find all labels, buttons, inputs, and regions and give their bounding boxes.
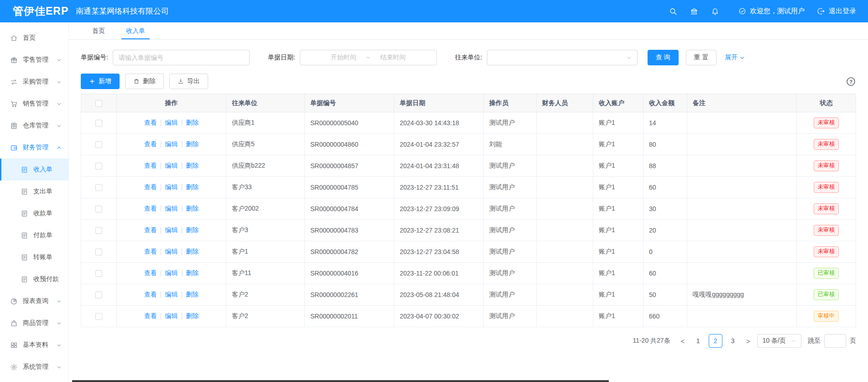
question-circle-icon[interactable]: ? <box>846 76 856 87</box>
view-link[interactable]: 查看 <box>144 162 157 169</box>
table-row: 查看|编辑|删除客户2SR000000022612023-05-08 21:48… <box>81 284 856 306</box>
wallet-icon <box>10 144 18 152</box>
link-separator: | <box>181 226 183 233</box>
sidebar-item-expense[interactable]: 支出单 <box>0 180 68 202</box>
jump-page-input[interactable] <box>824 334 846 348</box>
row-checkbox[interactable] <box>95 227 102 234</box>
order-no-input[interactable] <box>113 50 250 65</box>
edit-link[interactable]: 编辑 <box>165 312 178 319</box>
row-checkbox[interactable] <box>95 206 102 212</box>
chevron-down-icon <box>57 365 62 370</box>
sidebar-item-sales[interactable]: 销售管理 <box>0 93 68 115</box>
partner-select[interactable] <box>487 50 638 65</box>
logout-button[interactable]: 退出登录 <box>817 7 856 16</box>
delete-link[interactable]: 删除 <box>186 162 199 169</box>
page-button-3[interactable]: 3 <box>726 334 740 348</box>
tab-income-receipt[interactable]: 收入单 <box>115 22 156 39</box>
delete-link[interactable]: 删除 <box>186 226 199 233</box>
page-button-1[interactable]: 1 <box>691 334 705 348</box>
sidebar-item-receipt[interactable]: 收款单 <box>0 202 68 224</box>
delete-link[interactable]: 删除 <box>186 119 199 126</box>
operator-cell: 测试用户 <box>484 241 537 263</box>
edit-link[interactable]: 编辑 <box>165 291 178 298</box>
view-link[interactable]: 查看 <box>144 248 157 255</box>
delete-link[interactable]: 删除 <box>186 183 199 191</box>
add-button[interactable]: 新增 <box>81 74 120 89</box>
sidebar-item-warehouse[interactable]: 仓库管理 <box>0 115 68 137</box>
row-checkbox[interactable] <box>95 292 102 298</box>
row-checkbox[interactable] <box>95 184 102 191</box>
sidebar-item-label: 仓库管理 <box>23 122 48 130</box>
view-link[interactable]: 查看 <box>144 140 157 148</box>
delete-link[interactable]: 删除 <box>186 312 199 319</box>
bank-icon[interactable] <box>684 0 705 22</box>
delete-link[interactable]: 删除 <box>186 269 199 276</box>
sidebar-item-retail[interactable]: 零售管理 <box>0 49 68 71</box>
search-icon[interactable] <box>663 0 684 22</box>
sidebar-item-system[interactable]: 系统管理 <box>0 356 68 378</box>
date-cell: 2023-04-07 00:30:02 <box>394 306 484 327</box>
edit-link[interactable]: 编辑 <box>165 269 178 276</box>
table-toolbar: 新增 删除 导出 ? <box>81 74 856 89</box>
sidebar-item-label: 转账单 <box>33 253 52 261</box>
sidebar-item-prepaid[interactable]: 收预付款 <box>0 268 68 290</box>
expand-link[interactable]: 展开 <box>725 53 745 62</box>
sidebar-item-payment[interactable]: 付款单 <box>0 224 68 246</box>
view-link[interactable]: 查看 <box>144 119 157 126</box>
sidebar-item-transfer[interactable]: 转账单 <box>0 246 68 268</box>
partner-cell: 客户1 <box>226 241 305 263</box>
view-link[interactable]: 查看 <box>144 205 157 212</box>
delete-link[interactable]: 删除 <box>186 248 199 255</box>
view-link[interactable]: 查看 <box>144 312 157 319</box>
view-link[interactable]: 查看 <box>144 183 157 191</box>
row-checkbox[interactable] <box>95 249 102 255</box>
status-cell: 未审核 <box>797 134 856 155</box>
welcome-user[interactable]: 欢迎您，测试用户 <box>738 7 805 16</box>
export-button[interactable]: 导出 <box>169 74 208 89</box>
page-size-select[interactable]: 10 条/页 <box>757 334 801 348</box>
bell-icon[interactable] <box>705 0 726 22</box>
edit-link[interactable]: 编辑 <box>165 140 178 148</box>
search-button[interactable]: 查 询 <box>648 50 679 65</box>
select-all-checkbox[interactable] <box>95 100 102 107</box>
reset-button[interactable]: 重 置 <box>686 50 717 65</box>
expand-label: 展开 <box>725 53 737 62</box>
date-range-input[interactable]: 开始时间 ~ 结束时间 <box>300 50 437 65</box>
sidebar-item-basic[interactable]: 基本资料 <box>0 334 68 356</box>
row-checkbox[interactable] <box>95 163 102 170</box>
edit-link[interactable]: 编辑 <box>165 183 178 191</box>
delete-link[interactable]: 删除 <box>186 205 199 212</box>
delete-link[interactable]: 删除 <box>186 140 199 148</box>
sidebar-item-finance[interactable]: 财务管理 <box>0 137 68 159</box>
sidebar-item-home[interactable]: 首页 <box>0 27 68 49</box>
edit-link[interactable]: 编辑 <box>165 205 178 212</box>
row-checkbox[interactable] <box>95 141 102 148</box>
row-checkbox[interactable] <box>95 120 102 127</box>
tab-home[interactable]: 首页 <box>82 22 115 39</box>
sidebar-item-purchase[interactable]: 采购管理 <box>0 71 68 93</box>
link-separator: | <box>160 119 162 126</box>
delete-link[interactable]: 删除 <box>186 291 199 298</box>
sidebar-item-goods[interactable]: 商品管理 <box>0 312 68 334</box>
finance-staff-cell <box>537 284 593 306</box>
view-link[interactable]: 查看 <box>144 226 157 233</box>
edit-link[interactable]: 编辑 <box>165 162 178 169</box>
horizontal-scrollbar[interactable] <box>72 380 609 382</box>
next-page-button[interactable]: > <box>743 337 753 345</box>
sidebar-item-report[interactable]: 报表查询 <box>0 290 68 312</box>
sidebar-item-label: 销售管理 <box>23 100 48 108</box>
sidebar-item-income[interactable]: 收入单 <box>0 159 68 180</box>
status-badge: 审核中 <box>814 311 839 322</box>
page-button-2[interactable]: 2 <box>709 334 722 348</box>
edit-link[interactable]: 编辑 <box>165 119 178 126</box>
row-checkbox[interactable] <box>95 313 102 320</box>
edit-link[interactable]: 编辑 <box>165 226 178 233</box>
edit-link[interactable]: 编辑 <box>165 248 178 255</box>
view-link[interactable]: 查看 <box>144 291 157 298</box>
prev-page-button[interactable]: < <box>678 337 688 345</box>
row-actions-cell: 查看|编辑|删除 <box>117 155 226 177</box>
view-link[interactable]: 查看 <box>144 269 157 276</box>
delete-button[interactable]: 删除 <box>125 74 164 89</box>
row-checkbox[interactable] <box>95 270 102 277</box>
account-cell: 账户1 <box>593 241 643 263</box>
